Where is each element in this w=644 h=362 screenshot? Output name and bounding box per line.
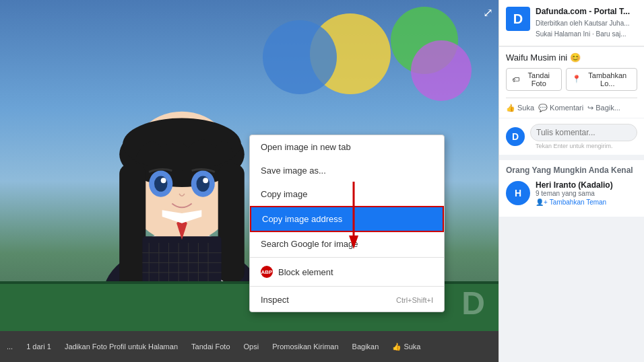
tag-icon: 🏷 [512,75,519,83]
komentari-reaction[interactable]: 💬 Komentari [538,104,583,112]
suggestion-mutual: 9 teman yang sama [536,190,613,197]
svg-point-11 [196,176,210,191]
waifu-text: Waifu Musim ini 😊 [506,52,637,63]
suggestions-title: Orang Yang Mungkin Anda Kenal [506,166,637,175]
watermark: D [461,285,485,322]
nav-item-promosikan[interactable]: Promosikan Kiriman [265,342,345,351]
thumbs-up-icon: 👍 [506,104,515,112]
suka-reaction[interactable]: 👍 Suka [506,104,534,112]
nav-item-suka[interactable]: 👍 Suka [385,342,427,351]
context-menu-item-open-new-tab[interactable]: Open image in new tab [250,135,444,159]
abp-icon: ABP [261,266,273,278]
comment-icon: 💬 [538,104,548,112]
location-icon: 📍 [572,75,581,83]
suggestion-avatar: H [506,181,530,205]
bagikan-reaction[interactable]: ↪ Bagik... [587,104,620,112]
sidebar-publisher-action: Sukai Halaman Ini · Baru saj... [536,30,630,39]
sidebar-header: D Dafunda.com - Portal T... Diterbitkan … [499,0,644,46]
sidebar-site-name: Dafunda.com - Portal T... [536,7,630,17]
svg-point-13 [203,178,208,183]
svg-point-10 [154,176,168,191]
context-divider [250,257,444,258]
svg-marker-29 [349,236,358,249]
tambahkan-lo-button[interactable]: 📍 Tambahkan Lo... [566,68,637,91]
main-container: D ⤢ ... 1 dari 1 Jadikan Foto Profil unt… [0,0,644,362]
add-friend-icon: 👤+ [536,198,548,206]
suggestion-info: Heri Iranto (Kadalio) 9 teman yang sama … [536,180,613,206]
comment-input-wrap: Tekan Enter untuk mengirim. [530,124,637,149]
context-menu-item-block[interactable]: ABP Block element [250,259,444,285]
svg-rect-6 [218,164,245,283]
nav-item-page-count: 1 dari 1 [20,342,58,351]
context-menu-item-save-image[interactable]: Save image as... [250,159,444,182]
bottom-navigation: ... 1 dari 1 Jadikan Foto Profil untuk H… [0,331,498,362]
share-icon: ↪ [587,104,593,112]
commenter-avatar: D [506,127,525,146]
nav-item-bagikan[interactable]: Bagikan [346,342,386,351]
sidebar-site-info: Dafunda.com - Portal T... Diterbitkan ol… [536,7,630,39]
sidebar: D Dafunda.com - Portal T... Diterbitkan … [498,0,644,362]
red-arrow-indicator [347,182,360,252]
suggestions-section: Orang Yang Mungkin Anda Kenal H Heri Ira… [499,160,644,217]
nav-item-opsi[interactable]: Opsi [237,342,266,351]
context-menu-item-inspect[interactable]: Inspect Ctrl+Shift+I [250,288,444,312]
svg-point-12 [161,178,166,183]
tandai-foto-button[interactable]: 🏷 Tandai Foto [506,68,562,91]
reaction-bar: 👍 Suka 💬 Komentari ↪ Bagik... [506,98,637,112]
svg-rect-5 [119,164,146,295]
sidebar-publisher: Diterbitkan oleh Kautsar Juha... [536,19,630,28]
nav-item-ellipsis[interactable]: ... [0,342,20,351]
image-area: D ⤢ ... 1 dari 1 Jadikan Foto Profil unt… [0,0,498,362]
comment-input[interactable] [530,124,637,141]
bg-circle-purple [411,40,472,101]
nav-item-tandai[interactable]: Tandai Foto [185,342,236,351]
sidebar-waifu-section: Waifu Musim ini 😊 🏷 Tandai Foto 📍 Tambah… [499,47,644,118]
sidebar-logo: D [506,7,530,31]
suggestion-name: Heri Iranto (Kadalio) [536,180,613,190]
action-buttons: 🏷 Tandai Foto 📍 Tambahkan Lo... [506,68,637,91]
context-divider-2 [250,286,444,287]
suggestion-item: H Heri Iranto (Kadalio) 9 teman yang sam… [506,180,637,206]
add-friend-button[interactable]: 👤+ Tambahkan Teman [536,198,613,206]
nav-item-jadikan[interactable]: Jadikan Foto Profil untuk Halaman [58,342,185,351]
comment-box: D Tekan Enter untuk mengirim. [499,118,644,155]
expand-icon[interactable]: ⤢ [483,5,493,20]
comment-hint: Tekan Enter untuk mengirim. [530,143,637,149]
